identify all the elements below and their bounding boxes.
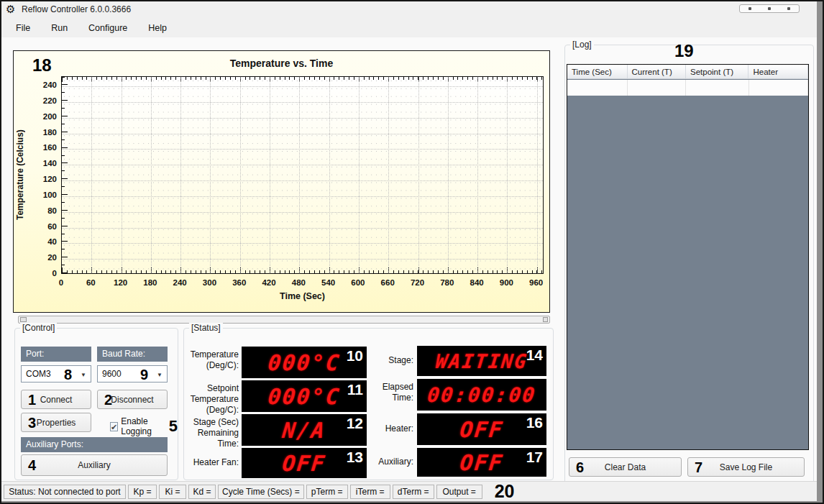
- log-column-time-sec[interactable]: Time (Sec): [567, 65, 628, 78]
- x-gridline: [210, 77, 211, 273]
- statusbar-segment-iterm: iTerm =: [350, 485, 390, 499]
- scrollbar-thumb[interactable]: [20, 317, 27, 322]
- x-tick-label: 180: [138, 278, 162, 287]
- y-tick-label: 200: [28, 112, 57, 121]
- log-empty-cell: [567, 80, 628, 96]
- annotation-20: 20: [495, 481, 515, 502]
- x-tick-label: 120: [109, 278, 133, 287]
- y-tick-label: 240: [28, 81, 57, 89]
- log-table-header: Time (Sec)Current (T)Setpoint (T)Heater: [567, 65, 808, 79]
- setpoint-temperature-label: Setpoint Temperature (Deg/C):: [152, 383, 239, 416]
- menu-help[interactable]: Help: [141, 21, 174, 35]
- status-group: [Status] Temperature (Deg/C):000°C10Setp…: [183, 328, 554, 480]
- y-gridline: [62, 196, 543, 197]
- chart-horizontal-scrollbar[interactable]: [18, 316, 550, 324]
- log-column-setpoint-t[interactable]: Setpoint (T): [686, 65, 749, 78]
- x-tick-label: 660: [375, 278, 400, 287]
- chart-x-axis-label: Time (Sec): [61, 291, 544, 301]
- annotation-6: 6: [576, 459, 584, 475]
- y-gridline: [62, 228, 543, 229]
- app-gear-icon: ⚙: [6, 3, 15, 16]
- statusbar-segment-ki: Ki =: [159, 485, 186, 499]
- status-bar: Status: Not connected to portKp =Ki =Kd …: [1, 481, 817, 501]
- x-gridline: [359, 77, 360, 273]
- y-tick-label: 0: [28, 269, 57, 278]
- x-tick-label: 600: [346, 278, 370, 287]
- minimize-button[interactable]: [740, 5, 759, 12]
- x-tick-label: 60: [78, 278, 103, 287]
- elapsed-time-value: 00:00:00: [417, 379, 546, 411]
- statusbar-segment-dterm: dTerm =: [393, 485, 434, 499]
- y-gridline: [62, 134, 543, 134]
- auxiliary-button-label: Auxiliary: [78, 460, 110, 470]
- log-table: Time (Sec)Current (T)Setpoint (T)Heater: [567, 64, 809, 450]
- y-tick-label: 40: [28, 237, 57, 246]
- y-tick-label: 80: [28, 206, 57, 215]
- control-group-label: [Control]: [20, 323, 57, 333]
- statusbar-segment-output: Output =: [436, 485, 482, 499]
- annotation-19: 19: [674, 41, 694, 61]
- annotation-8: 8: [64, 367, 72, 383]
- x-tick-label: 360: [227, 278, 252, 287]
- save-log-button-label: Save Log File: [720, 462, 772, 472]
- clear-data-button[interactable]: 6 Clear Data: [569, 457, 682, 477]
- x-gridline: [240, 77, 241, 273]
- properties-button[interactable]: 3 Properties: [21, 413, 91, 432]
- annotation-16: 16: [526, 414, 543, 431]
- menu-file[interactable]: File: [9, 21, 37, 35]
- menu-configure[interactable]: Configure: [81, 21, 134, 35]
- y-gridline: [62, 118, 543, 119]
- temperature-chart: 18 Temperature vs. Time Temperature (Cel…: [13, 50, 550, 313]
- elapsed-time-display: 00:00:00: [417, 379, 546, 411]
- x-tick-label: 420: [257, 278, 281, 287]
- y-gridline: [62, 243, 543, 244]
- y-gridline: [62, 149, 543, 150]
- heater-label: Heater:: [327, 423, 413, 434]
- chevron-down-icon[interactable]: ▼: [157, 372, 162, 378]
- close-button[interactable]: [779, 5, 799, 12]
- menu-run[interactable]: Run: [44, 21, 75, 35]
- y-gridline: [62, 259, 543, 260]
- scrollbar-end-box[interactable]: [543, 317, 548, 322]
- x-gridline: [122, 77, 122, 273]
- app-window: ⚙ Reflow Controller 6.0.0.3666 FileRunCo…: [0, 0, 824, 504]
- x-tick-label: 960: [524, 278, 549, 287]
- x-tick-label: 720: [406, 278, 430, 287]
- x-tick-label: 0: [49, 278, 73, 287]
- log-column-current-t[interactable]: Current (T): [628, 65, 687, 78]
- statusbar-segment-status-not-connected-to-port: Status: Not connected to port: [4, 485, 126, 499]
- chart-plot-area: [61, 76, 544, 274]
- temperature-label: Temperature (Deg/C):: [152, 349, 239, 371]
- connect-button[interactable]: 1 Connect: [21, 390, 91, 409]
- maximize-button[interactable]: [759, 5, 779, 12]
- port-value: COM3: [26, 369, 51, 379]
- connect-button-label: Connect: [40, 395, 73, 405]
- x-tick-label: 240: [168, 278, 192, 287]
- title-bar: ⚙ Reflow Controller 6.0.0.3666: [1, 1, 817, 19]
- x-tick-label: 900: [494, 278, 518, 287]
- chart-y-tick-labels: 020406080100120140160180200220240: [29, 76, 58, 274]
- statusbar-segment-pterm: pTerm =: [306, 485, 348, 499]
- x-gridline: [477, 77, 478, 273]
- log-group-label: [Log]: [570, 40, 594, 50]
- x-gridline: [299, 77, 300, 273]
- auxiliary-button[interactable]: 4 Auxiliary: [21, 454, 168, 476]
- port-combobox[interactable]: COM3 8 ▼: [21, 365, 91, 382]
- annotation-17: 17: [526, 449, 543, 466]
- auxiliary-ports-label: Auxiliary Ports:: [21, 437, 168, 452]
- x-gridline: [151, 77, 152, 273]
- chevron-down-icon[interactable]: ▼: [81, 372, 86, 378]
- status-group-label: [Status]: [189, 323, 223, 333]
- enable-logging-checkbox[interactable]: ✔: [110, 422, 118, 431]
- client-area: 18 Temperature vs. Time Temperature (Cel…: [1, 37, 817, 482]
- log-column-heater[interactable]: Heater: [749, 65, 808, 78]
- annotation-2: 2: [104, 391, 112, 408]
- x-gridline: [388, 77, 389, 273]
- annotation-9: 9: [140, 367, 148, 383]
- x-tick-label: 300: [197, 278, 221, 287]
- y-tick-label: 220: [28, 96, 57, 105]
- annotation-14: 14: [526, 347, 543, 364]
- x-gridline: [507, 77, 508, 273]
- statusbar-segment-kp: Kp =: [128, 485, 157, 499]
- save-log-button[interactable]: 7 Save Log File: [687, 457, 805, 477]
